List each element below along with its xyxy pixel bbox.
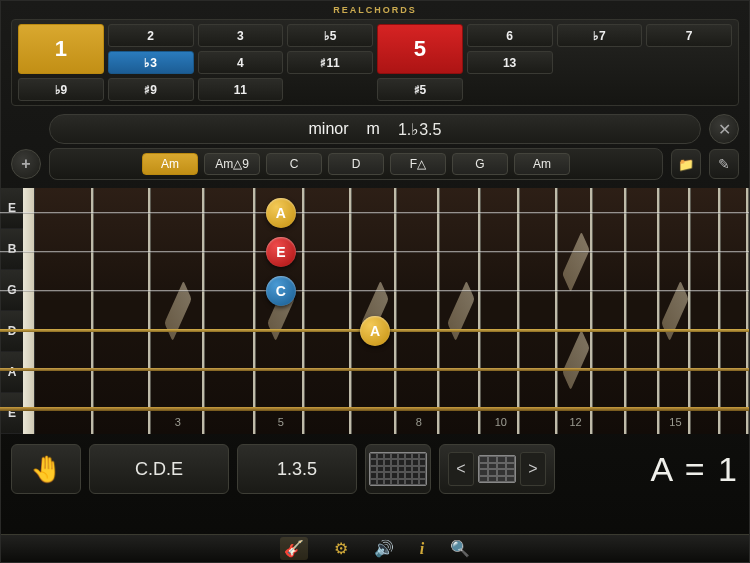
next-voicing-button[interactable]: > [520,452,546,486]
interval-♯11[interactable]: ♯11 [287,51,373,74]
interval-7[interactable]: 7 [646,24,732,47]
add-chord-button[interactable] [11,149,41,179]
interval-♯5[interactable]: ♯5 [377,78,463,101]
string-label-E: E [1,188,23,229]
clear-button[interactable] [709,114,739,144]
voicing-nav: < > [439,444,555,494]
interval-grid: 1♭92♭3♯93411♭5♯115♯5613♭77 [11,19,739,106]
search-icon[interactable] [450,539,470,558]
fretboard[interactable]: EBGDAE AECA 358101215 [1,188,749,434]
folder-icon [678,156,694,172]
interval-13[interactable]: 13 [467,51,553,74]
pencil-icon [718,156,730,172]
brand-title: REALCHORDS [1,1,749,17]
interval-♭9[interactable]: ♭9 [18,78,104,101]
interval-6[interactable]: 6 [467,24,553,47]
string-label-A: A [1,352,23,393]
fret-note-A[interactable]: A [360,316,390,346]
fret-note-A[interactable]: A [266,198,296,228]
string-label-B: B [1,229,23,270]
chord-chip-Am△9[interactable]: Am△9 [204,153,260,175]
footer-toolbar: i [1,534,749,562]
speaker-icon[interactable] [374,539,394,558]
chord-chip-Am[interactable]: Am [514,153,570,175]
info-icon[interactable]: i [420,540,424,558]
interval-5[interactable]: 5 [377,24,463,74]
chord-chip-C[interactable]: C [266,153,322,175]
interval-numbers-button[interactable]: 1.3.5 [237,444,357,494]
chord-name-display: minor m 1.♭3.5 [49,114,701,144]
string-label-E: E [1,393,23,434]
chord-formula: 1.♭3.5 [398,120,442,139]
chord-chip-G[interactable]: G [452,153,508,175]
chord-diagram-button[interactable] [365,444,431,494]
voicing-grid-icon [478,455,516,483]
chord-grid-icon [369,452,427,486]
hand-icon: ✋ [30,454,62,485]
interval-♭3[interactable]: ♭3 [108,51,194,74]
chord-list-row: AmAm△9CDF△GAm [11,148,739,180]
app-window: REALCHORDS 1♭92♭3♯93411♭5♯115♯5613♭77 mi… [0,0,750,563]
close-icon [718,120,731,139]
bottom-controls: ✋ C.D.E 1.3.5 < > A = 1 [11,444,739,494]
string-labels: EBGDAE [1,188,23,434]
fret-note-E[interactable]: E [266,237,296,267]
note-names-button[interactable]: C.D.E [89,444,229,494]
chord-name-row: minor m 1.♭3.5 [11,114,739,144]
chord-chip-F△[interactable]: F△ [390,153,446,175]
chord-chip-D[interactable]: D [328,153,384,175]
interval-3[interactable]: 3 [198,24,284,47]
chord-symbol: m [367,120,380,138]
hand-mode-button[interactable]: ✋ [11,444,81,494]
chord-quality: minor [309,120,349,138]
chord-chip-Am[interactable]: Am [142,153,198,175]
guitar-icon[interactable] [280,537,308,560]
fret-note-C[interactable]: C [266,276,296,306]
interval-2[interactable]: 2 [108,24,194,47]
interval-♯9[interactable]: ♯9 [108,78,194,101]
edit-button[interactable] [709,149,739,179]
interval-♭5[interactable]: ♭5 [287,24,373,47]
nut [23,188,35,434]
root-equals-label: A = 1 [651,450,739,489]
prev-voicing-button[interactable]: < [448,452,474,486]
plus-icon [21,155,30,173]
board[interactable]: AECA [35,188,749,434]
gear-icon[interactable] [334,539,348,558]
interval-♭7[interactable]: ♭7 [557,24,643,47]
interval-4[interactable]: 4 [198,51,284,74]
interval-1[interactable]: 1 [18,24,104,74]
interval-11[interactable]: 11 [198,78,284,101]
open-folder-button[interactable] [671,149,701,179]
chord-list: AmAm△9CDF△GAm [49,148,663,180]
